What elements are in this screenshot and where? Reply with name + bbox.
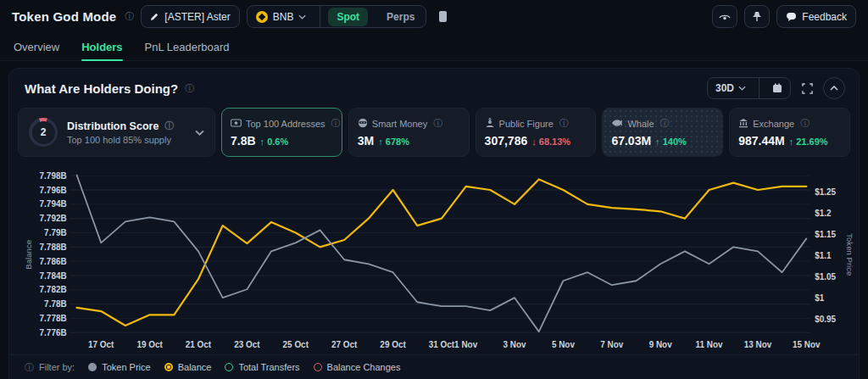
pin-icon (752, 11, 762, 22)
stat-change: ↑ 0.6% (260, 137, 289, 147)
right-axis-tick: $1.1 (815, 251, 832, 260)
left-axis-tick: 7.778B (40, 314, 67, 323)
market-tab-spot[interactable]: Spot (328, 8, 368, 26)
score-gauge: 2 (29, 118, 58, 147)
mobile-view-icon-button[interactable] (433, 5, 452, 28)
right-axis-tick: $1 (815, 293, 824, 303)
x-axis-tick: 31 Oct (429, 339, 455, 348)
ninja-icon (358, 118, 368, 130)
legend-item-balance[interactable]: Balance (164, 362, 212, 372)
legend-item-total-transfers[interactable]: Total Transfers (225, 362, 299, 372)
legend-item-balance-changes[interactable]: Balance Changes (314, 362, 401, 372)
info-icon: ⓘ (25, 361, 34, 374)
x-axis-tick: 29 Oct (380, 339, 406, 348)
holders-activity-panel: What Are Holders Doing? ⓘ 30D (8, 68, 860, 379)
token-selector-button[interactable]: [ASTER] Aster (141, 5, 239, 28)
market-tab-perps[interactable]: Perps (378, 8, 423, 26)
stat-card-whale[interactable]: Whaleⓘ67.03M↑ 140% (602, 108, 723, 157)
pencil-icon (150, 12, 159, 21)
left-axis-tick: 7.784B (40, 270, 67, 280)
x-axis-tick: 9 Nov (649, 339, 672, 348)
feedback-button[interactable]: Feedback (776, 5, 856, 28)
right-axis-tick: $0.95 (815, 315, 836, 324)
legend-text: Balance Changes (327, 362, 401, 372)
stat-value: 7.8B (231, 134, 256, 148)
info-icon: ⓘ (125, 10, 134, 23)
x-axis-tick: 17 Oct (88, 339, 114, 348)
calendar-icon (772, 83, 782, 93)
calendar-button[interactable] (765, 78, 790, 98)
score-title: Distribution Score (67, 120, 159, 132)
left-axis-tick: 7.782B (40, 285, 67, 294)
watch-button[interactable] (712, 5, 737, 28)
collapse-button[interactable] (823, 77, 845, 99)
x-axis-tick: 1 Nov (454, 339, 477, 348)
range-dropdown[interactable]: 30D (708, 78, 754, 98)
left-axis-title: Balance (24, 240, 33, 270)
range-selector-group: 30D (707, 77, 791, 99)
stat-card-top-100-addresses[interactable]: Top 100 Addressesⓘ7.8B↑ 0.6% (221, 108, 342, 157)
right-axis-tick: $1.15 (815, 230, 836, 239)
pin-button[interactable] (744, 5, 770, 28)
left-axis-tick: 7.786B (40, 257, 67, 266)
left-axis-tick: 7.794B (40, 199, 67, 209)
legend-text: Total Transfers (238, 362, 299, 372)
right-axis-tick: $1.2 (815, 209, 832, 218)
chevron-down-icon (298, 14, 306, 20)
stat-card-smart-money[interactable]: Smart Moneyⓘ3M↑ 678% (348, 108, 470, 157)
whale-icon (611, 118, 623, 129)
stat-label: Whale (627, 119, 654, 129)
x-axis-tick: 5 Nov (552, 339, 575, 348)
chain-selector-button[interactable]: BNB (248, 6, 315, 27)
x-axis-tick: 19 Oct (136, 339, 163, 348)
stat-change: ↑ 21.69% (789, 137, 828, 147)
divider (320, 6, 320, 27)
stat-card-public-figure[interactable]: Public Figureⓘ307,786↓ 68.13% (476, 108, 597, 157)
legend-marker (225, 363, 233, 371)
info-icon: ⓘ (800, 117, 810, 130)
info-icon: ⓘ (185, 82, 194, 95)
x-axis-tick: 13 Nov (744, 339, 772, 348)
info-icon: ⓘ (660, 117, 670, 130)
feedback-label: Feedback (802, 11, 847, 23)
chain-selector-label: BNB (273, 11, 294, 23)
right-axis-title: Token Price (845, 233, 854, 276)
bnb-coin-icon (256, 11, 268, 23)
tab-overview[interactable]: Overview (14, 33, 59, 60)
distribution-score-card[interactable]: 2Distribution ScoreⓘTop 100 hold 85% sup… (18, 108, 215, 157)
x-axis-tick: 23 Oct (234, 339, 260, 348)
panel-title: What Are Holders Doing? (25, 81, 178, 96)
holders-chart[interactable]: 7.776B7.778B7.78B7.782B7.784B7.786B7.788… (9, 159, 859, 354)
fullscreen-icon (802, 83, 813, 94)
divider (759, 78, 760, 98)
token-selector-label: [ASTER] Aster (164, 11, 230, 23)
legend-item-token-price[interactable]: Token Price (88, 362, 150, 372)
stat-label: Smart Money (372, 119, 427, 129)
x-axis-tick: 21 Oct (186, 339, 212, 348)
stat-change: ↑ 140% (655, 137, 687, 147)
bank-icon (738, 118, 748, 130)
tab-pnl-leaderboard[interactable]: PnL Leaderboard (145, 33, 230, 60)
app-header: Token God Mode ⓘ [ASTER] Aster BNB Spot … (0, 0, 868, 33)
left-axis-tick: 7.79B (44, 228, 66, 237)
left-axis-tick: 7.798B (40, 171, 67, 181)
stat-change: ↓ 68.13% (531, 137, 570, 147)
x-axis-tick: 25 Oct (283, 339, 309, 348)
tab-holders[interactable]: Holders (81, 33, 122, 60)
stat-value: 3M (358, 134, 374, 148)
chevron-up-icon (830, 86, 838, 91)
score-subtitle: Top 100 hold 85% supply (67, 135, 186, 145)
stat-label: Public Figure (499, 119, 554, 129)
x-axis-tick: 15 Nov (793, 339, 821, 348)
x-axis-tick: 7 Nov (600, 339, 623, 348)
legend-text: Balance (178, 362, 212, 372)
stat-card-exchange[interactable]: Exchangeⓘ987.44M↑ 21.69% (729, 108, 850, 157)
chevron-down-icon (195, 130, 204, 136)
legend-text: Token Price (102, 362, 150, 372)
x-axis-tick: 11 Nov (696, 339, 723, 348)
stat-value: 307,786 (485, 134, 528, 148)
stat-cards-row: 2Distribution ScoreⓘTop 100 hold 85% sup… (9, 104, 859, 159)
mobile-icon (438, 10, 448, 23)
fullscreen-button[interactable] (798, 77, 816, 99)
stat-label: Exchange (753, 119, 794, 129)
